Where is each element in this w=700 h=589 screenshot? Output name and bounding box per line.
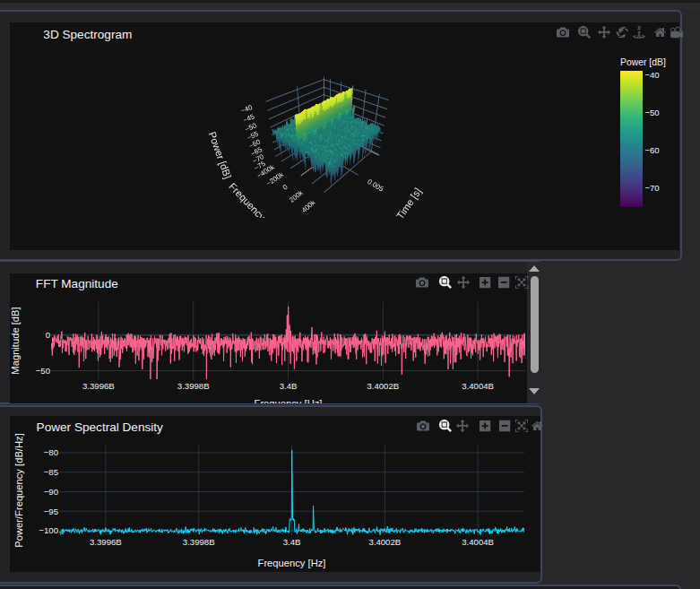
svg-text:−60: −60 [644, 145, 659, 155]
svg-text:−50: −50 [644, 108, 659, 117]
svg-text:Power Spectral Density: Power Spectral Density [37, 420, 163, 434]
svg-text:−70: −70 [644, 183, 659, 193]
svg-text:FFT Magnitude: FFT Magnitude [36, 277, 118, 290]
svg-text:Power/Frequency [dB/Hz]: Power/Frequency [dB/Hz] [13, 433, 24, 547]
svg-text:Power [dB]: Power [dB] [620, 57, 666, 67]
svg-text:−40: −40 [644, 70, 659, 80]
svg-text:3D Spectrogram: 3D Spectrogram [43, 28, 132, 41]
svg-text:Magnitude [dB]: Magnitude [dB] [10, 307, 21, 374]
svg-text:Frequency [Hz]: Frequency [Hz] [255, 398, 323, 403]
svg-text:Frequency [Hz]: Frequency [Hz] [258, 558, 326, 568]
